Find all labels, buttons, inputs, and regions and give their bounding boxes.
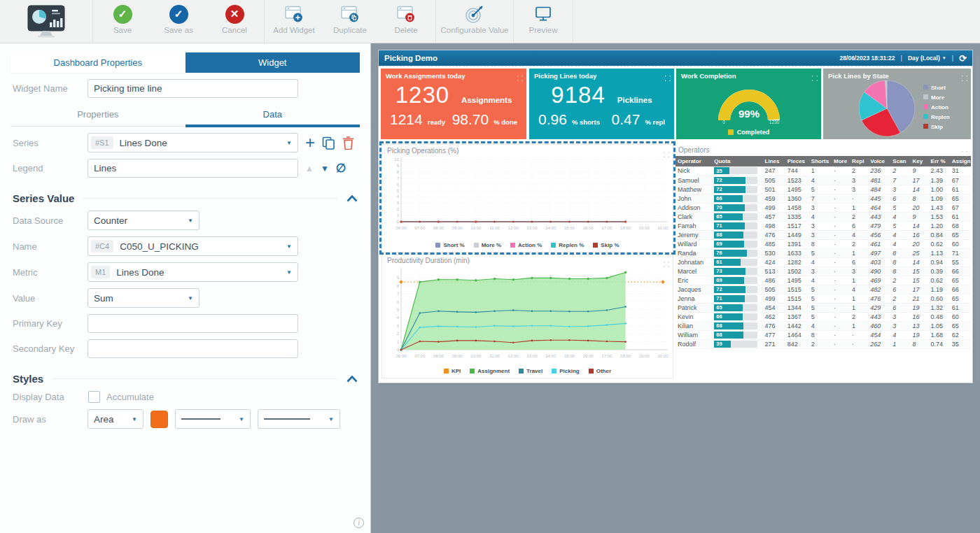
preview-button[interactable]: Preview <box>515 0 571 43</box>
table-cell: 72 <box>712 285 762 294</box>
expand-icon[interactable] <box>517 71 523 84</box>
secondary-key-input[interactable] <box>88 339 298 358</box>
primary-key-input[interactable] <box>88 314 298 333</box>
save-button[interactable]: ✓ Save <box>94 0 150 43</box>
collapse-chevron-icon[interactable] <box>346 195 358 202</box>
widget-pick-lines-by-state-pie[interactable]: Pick Lines by State ShortMoreActionReple… <box>823 69 971 139</box>
counter-name-select[interactable]: #C4 C050_U_PICKING ▼ <box>88 236 298 256</box>
widget-name-input[interactable] <box>88 79 298 98</box>
column-header[interactable]: Assign <box>950 156 971 166</box>
trash-icon <box>342 136 354 150</box>
table-cell: 497 <box>868 248 890 257</box>
toolbar-group-preview: Preview <box>514 0 573 43</box>
svg-text:1230: 1230 <box>769 120 780 125</box>
svg-text:16:00: 16:00 <box>583 354 594 358</box>
chevron-down-icon: ▼ <box>942 56 946 60</box>
widget-productivity-duration[interactable]: Productivity Duration (min) 06:0007:0008… <box>382 254 673 378</box>
table-cell: 72 <box>712 176 762 185</box>
delete-icon <box>397 6 416 23</box>
save-as-button[interactable]: ✓ Save as <box>150 0 206 43</box>
counter-badge: #C4 <box>91 240 113 253</box>
column-header[interactable]: More <box>832 156 850 166</box>
column-header[interactable]: Quota <box>712 156 762 166</box>
table-cell: 1 <box>890 339 910 348</box>
big-value: 1230 <box>396 82 449 108</box>
table-cell: 20 <box>910 239 928 248</box>
tab-properties[interactable]: Properties <box>10 108 186 127</box>
svg-text:9: 9 <box>397 164 400 168</box>
table-cell: 1 <box>850 294 868 303</box>
value-select[interactable]: Sum ▼ <box>88 288 200 308</box>
expand-icon[interactable] <box>665 71 671 84</box>
metric-select[interactable]: M1 Lines Done ▼ <box>88 262 298 282</box>
table-row: Clark6545713354·2443491.5361 <box>676 212 971 221</box>
table-cell: · <box>832 221 850 230</box>
column-header[interactable]: Pieces <box>785 156 809 166</box>
tab-dashboard-properties[interactable]: Dashboard Properties <box>10 52 186 73</box>
legend-input[interactable] <box>88 159 298 178</box>
table-cell: 8 <box>890 266 910 276</box>
tab-widget[interactable]: Widget <box>186 52 360 73</box>
hide-series-button[interactable]: ∅ <box>329 161 346 176</box>
column-header[interactable]: Voice <box>868 156 890 166</box>
data-source-select[interactable]: Counter ▼ <box>88 211 200 230</box>
column-header[interactable]: Scan <box>890 156 910 166</box>
table-row: Addison7049914583·14645201.4367 <box>676 203 971 212</box>
table-cell: 454 <box>763 303 785 312</box>
add-series-button[interactable]: + <box>298 136 315 150</box>
duplicate-button[interactable]: Duplicate <box>322 0 378 43</box>
table-cell: 461 <box>868 239 890 248</box>
table-cell: 457 <box>763 212 785 221</box>
column-header[interactable]: Key <box>910 156 928 166</box>
info-button[interactable]: i <box>354 518 364 528</box>
move-series-up-button[interactable]: ▲ <box>298 164 314 173</box>
dashboard-stage: Picking Demo 28/06/2023 18:31:22 | Day (… <box>371 43 980 533</box>
column-header[interactable]: Shorts <box>809 156 832 166</box>
widget-operators-table[interactable]: Operators OperatorQuotaLinesPiecesShorts… <box>676 144 971 355</box>
stat-value: 0.47 <box>612 111 640 128</box>
collapse-chevron-icon[interactable] <box>346 376 358 383</box>
table-cell: 5 <box>809 285 832 294</box>
column-header[interactable]: Repl <box>850 156 868 166</box>
line-style-select[interactable]: ▼ <box>175 409 251 429</box>
svg-text:Short: Short <box>931 85 946 91</box>
refresh-button[interactable]: ⟳ <box>959 53 967 64</box>
table-cell: 477 <box>763 330 785 339</box>
configurable-value-button[interactable]: Configurable Value <box>438 0 512 43</box>
operator-name-cell: Kilian <box>676 321 712 330</box>
legend-item: KPI <box>444 368 461 374</box>
move-series-down-button[interactable]: ▼ <box>314 164 329 173</box>
series-color-swatch[interactable] <box>150 411 168 428</box>
table-cell: 236 <box>868 166 890 176</box>
widget-work-assignments-card[interactable]: Work Assignments today 1230 Assignments … <box>381 69 526 139</box>
table-cell: 5 <box>809 248 832 257</box>
add-widget-button[interactable]: Add Widget <box>266 0 322 43</box>
svg-text:Skip: Skip <box>931 124 943 130</box>
table-cell: 1 <box>850 276 868 285</box>
widget-picking-lines-card[interactable]: Picking Lines today 9184 Picklines 0.96%… <box>529 69 674 139</box>
period-dropdown[interactable]: Day (Local) ▼ <box>908 55 946 62</box>
table-cell: 484 <box>868 185 890 194</box>
accumulate-checkbox[interactable] <box>88 391 100 403</box>
copy-series-button[interactable] <box>315 136 335 150</box>
draw-as-select[interactable]: Area ▼ <box>88 409 144 429</box>
widget-picking-operations[interactable]: Picking Operations (%) 06:0007:0008:0009… <box>382 144 673 253</box>
svg-text:11:00: 11:00 <box>489 226 500 230</box>
table-row: Johnatan6142412824·64038140.9455 <box>676 257 971 266</box>
column-header[interactable]: Err % <box>929 156 950 166</box>
widget-name-label: Widget Name <box>13 83 88 94</box>
widget-work-completion-gauge[interactable]: Work Completion 99%01230 Completed <box>676 69 821 139</box>
table-cell: 1495 <box>785 185 809 194</box>
table-row: Jenna7149915155·14762210.6065 <box>676 294 971 303</box>
line-width-select[interactable]: ▼ <box>258 409 340 429</box>
cancel-button[interactable]: ✕ Cancel <box>206 0 262 43</box>
column-header[interactable]: Lines <box>763 156 785 166</box>
table-cell: 61 <box>950 185 971 194</box>
column-header[interactable]: Operator <box>676 156 712 166</box>
svg-text:Replen: Replen <box>931 114 950 120</box>
line-chart: 06:0007:0008:0009:0010:0011:0012:0013:00… <box>383 155 673 238</box>
series-select[interactable]: #S1 Lines Done ▼ <box>88 133 298 152</box>
delete-series-button[interactable] <box>335 136 354 150</box>
delete-button[interactable]: Delete <box>378 0 434 43</box>
expand-icon[interactable] <box>962 147 967 159</box>
